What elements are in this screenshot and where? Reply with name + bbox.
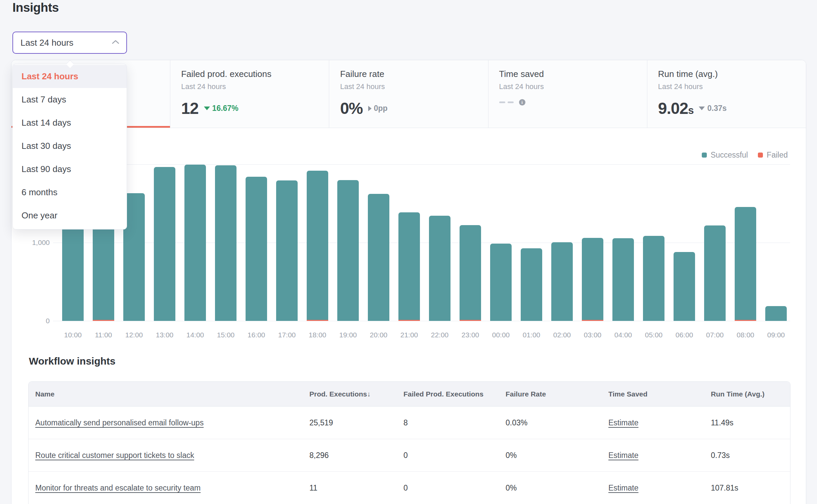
card-subtitle: Last 24 hours bbox=[499, 82, 647, 91]
time-range-select[interactable]: Last 24 hours bbox=[12, 32, 127, 54]
bar-21:00[interactable] bbox=[398, 212, 420, 321]
bar-failed-segment bbox=[460, 320, 481, 321]
empty-value-dashes bbox=[499, 101, 514, 103]
bar-04:00[interactable] bbox=[612, 238, 634, 321]
workflow-name-link[interactable]: Automatically send personalised email fo… bbox=[35, 418, 204, 427]
card-delta: 0pp bbox=[368, 104, 388, 113]
bar-15:00[interactable] bbox=[215, 165, 236, 321]
x-axis-tick-06:00: 06:00 bbox=[669, 331, 700, 339]
menu-item-last-14-days[interactable]: Last 14 days bbox=[13, 111, 127, 134]
column-header-time-saved[interactable]: Time Saved bbox=[608, 382, 647, 406]
card-title: Failure rate bbox=[340, 69, 488, 79]
successful-swatch-icon bbox=[702, 153, 707, 158]
x-axis-tick-14:00: 14:00 bbox=[180, 331, 211, 339]
x-axis-tick-03:00: 03:00 bbox=[577, 331, 608, 339]
x-axis-tick-04:00: 04:00 bbox=[608, 331, 639, 339]
x-axis-tick-07:00: 07:00 bbox=[699, 331, 730, 339]
bar-successful-segment bbox=[398, 212, 420, 320]
table-header-row: NameProd. Executions↓Failed Prod. Execut… bbox=[29, 382, 790, 407]
cell-failed-prod-executions: 8 bbox=[403, 407, 408, 439]
cell-run-time-avg: 11.49s bbox=[711, 407, 733, 439]
column-header-prod-executions[interactable]: Prod. Executions↓ bbox=[309, 382, 371, 406]
bar-22:00[interactable] bbox=[429, 216, 450, 321]
card-value: 12 bbox=[181, 99, 198, 118]
x-axis-tick-15:00: 15:00 bbox=[210, 331, 241, 339]
cell-run-time-avg: 107.81s bbox=[711, 472, 738, 504]
legend-item-failed[interactable]: Failed bbox=[758, 151, 788, 160]
bar-06:00[interactable] bbox=[674, 252, 695, 321]
bar-successful-segment bbox=[429, 216, 450, 321]
bar-16:00[interactable] bbox=[246, 177, 267, 321]
bar-02:00[interactable] bbox=[551, 242, 573, 321]
cell-prod-executions: 11 bbox=[309, 472, 317, 504]
column-header-name[interactable]: Name bbox=[35, 382, 54, 406]
column-header-failure-rate[interactable]: Failure Rate bbox=[506, 382, 546, 406]
bar-successful-segment bbox=[765, 306, 787, 321]
bar-successful-segment bbox=[612, 238, 634, 321]
menu-item-last-7-days[interactable]: Last 7 days bbox=[13, 88, 127, 111]
cell-failure-rate: 0.03% bbox=[506, 407, 527, 439]
bar-14:00[interactable] bbox=[184, 165, 206, 321]
bar-13:00[interactable] bbox=[154, 167, 175, 321]
bar-successful-segment bbox=[368, 194, 389, 321]
card-delta: 16.67% bbox=[204, 104, 239, 113]
workflow-name-link[interactable]: Monitor for threats and escalate to secu… bbox=[35, 484, 201, 493]
x-axis-tick-10:00: 10:00 bbox=[57, 331, 88, 339]
failed-swatch-icon bbox=[758, 153, 763, 158]
bar-23:00[interactable] bbox=[460, 225, 481, 321]
bar-successful-segment bbox=[582, 238, 603, 320]
bar-07:00[interactable] bbox=[704, 225, 726, 321]
menu-item-6-months[interactable]: 6 months bbox=[13, 181, 127, 204]
card-subtitle: Last 24 hours bbox=[340, 82, 488, 91]
card-title: Run time (avg.) bbox=[658, 69, 806, 79]
workflow-name-link[interactable]: Route critical customer support tickets … bbox=[35, 451, 194, 460]
bar-01:00[interactable] bbox=[521, 248, 542, 321]
time-saved-estimate-link[interactable]: Estimate bbox=[608, 451, 638, 460]
workflow-insights-table: NameProd. Executions↓Failed Prod. Execut… bbox=[28, 381, 790, 504]
cell-failure-rate: 0% bbox=[506, 439, 517, 471]
bar-09:00[interactable] bbox=[765, 306, 787, 321]
bar-17:00[interactable] bbox=[276, 180, 298, 321]
time-range-selected-label: Last 24 hours bbox=[20, 38, 74, 48]
cell-failure-rate: 0% bbox=[506, 472, 517, 504]
time-saved-estimate-link[interactable]: Estimate bbox=[608, 418, 638, 427]
bar-08:00[interactable] bbox=[735, 207, 756, 321]
info-icon[interactable]: i bbox=[519, 99, 525, 106]
bar-successful-segment bbox=[246, 177, 267, 321]
column-header-failed-prod-executions[interactable]: Failed Prod. Executions bbox=[403, 382, 483, 406]
x-axis-tick-02:00: 02:00 bbox=[547, 331, 577, 339]
x-axis-tick-05:00: 05:00 bbox=[638, 331, 669, 339]
summary-card-failed-prod-executions[interactable]: Failed prod. executions Last 24 hours121… bbox=[170, 60, 329, 128]
bar-successful-segment bbox=[674, 252, 695, 321]
cell-run-time-avg: 0.73s bbox=[711, 439, 730, 471]
cell-failed-prod-executions: 0 bbox=[403, 439, 408, 471]
bar-20:00[interactable] bbox=[368, 194, 389, 321]
menu-item-one-year[interactable]: One year bbox=[13, 204, 127, 227]
summary-card-time-saved[interactable]: Time saved Last 24 hoursi bbox=[488, 60, 647, 128]
bar-successful-segment bbox=[276, 180, 298, 321]
bar-successful-segment bbox=[735, 207, 756, 320]
time-saved-estimate-link[interactable]: Estimate bbox=[608, 484, 638, 493]
menu-item-last-24-hours[interactable]: Last 24 hours bbox=[13, 65, 127, 88]
bar-00:00[interactable] bbox=[490, 244, 512, 321]
summary-card-run-time-avg[interactable]: Run time (avg.) Last 24 hours9.02s0.37s bbox=[647, 60, 806, 128]
workflow-insights-heading: Workflow insights bbox=[29, 355, 116, 367]
bar-03:00[interactable] bbox=[582, 238, 603, 321]
bar-05:00[interactable] bbox=[643, 236, 664, 321]
triangle-down-icon bbox=[699, 107, 705, 110]
chevron-up-icon bbox=[112, 40, 120, 46]
menu-item-last-30-days[interactable]: Last 30 days bbox=[13, 134, 127, 158]
legend-item-successful[interactable]: Successful bbox=[702, 151, 748, 160]
card-title: Time saved bbox=[499, 69, 647, 79]
bar-18:00[interactable] bbox=[307, 171, 328, 321]
bar-failed-segment bbox=[398, 320, 420, 321]
menu-item-last-90-days[interactable]: Last 90 days bbox=[13, 158, 127, 181]
summary-card-failure-rate[interactable]: Failure rate Last 24 hours0%0pp bbox=[329, 60, 488, 128]
x-axis-tick-18:00: 18:00 bbox=[302, 331, 333, 339]
bar-successful-segment bbox=[490, 244, 512, 321]
y-axis-tick-1000: 1,000 bbox=[0, 239, 50, 247]
cell-prod-executions: 25,519 bbox=[309, 407, 333, 439]
bar-19:00[interactable] bbox=[337, 180, 359, 321]
cell-failed-prod-executions: 0 bbox=[403, 472, 408, 504]
column-header-run-time-avg-[interactable]: Run Time (Avg.) bbox=[711, 382, 765, 406]
